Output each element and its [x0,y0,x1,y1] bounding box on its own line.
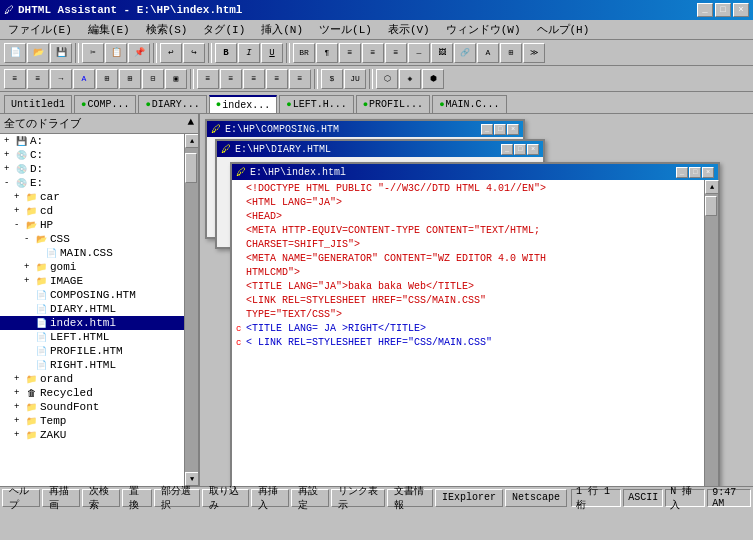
tree-item-a[interactable]: + 💾 A: [0,134,184,148]
tree-item-orand[interactable]: + 📁 orand [0,372,184,386]
expand-hp[interactable]: - [14,220,24,230]
index-maximize[interactable]: □ [689,167,701,178]
tree-scrollbar[interactable]: ▲ ▼ [184,134,198,486]
expand-css[interactable]: - [24,234,34,244]
netscape-button[interactable]: Netscape [505,489,567,507]
composing-minimize[interactable]: _ [481,124,493,135]
tb2-grid2[interactable]: ⊞ [119,69,141,89]
expand-gomi[interactable]: + [24,262,34,272]
tree-item-e[interactable]: - 💿 E: [0,176,184,190]
docinfo-button[interactable]: 文書情報 [387,489,433,507]
tb-underline[interactable]: U [261,43,283,63]
diary-close[interactable]: × [527,144,539,155]
tree-item-maincss[interactable]: 📄 MAIN.CSS [0,246,184,260]
tb-p[interactable]: ¶ [316,43,338,63]
tb2-a3[interactable]: ≡ [243,69,265,89]
menu-tools[interactable]: ツール(L) [315,21,376,38]
tb-hr[interactable]: — [408,43,430,63]
tb2-b2[interactable]: JU [344,69,366,89]
composing-maximize[interactable]: □ [494,124,506,135]
link-button[interactable]: リンク表示 [331,489,385,507]
index-scroll-track[interactable] [705,194,718,486]
tree-item-image[interactable]: + 📁 IMAGE [0,274,184,288]
tab-diary[interactable]: ● DIARY... [138,95,206,113]
tree-scroll-thumb[interactable] [185,153,197,183]
tree-item-profile[interactable]: 📄 PROFILE.HTM [0,344,184,358]
expand-zaku[interactable]: + [14,430,24,440]
expand-e[interactable]: - [4,178,14,188]
tree-item-d[interactable]: + 💿 D: [0,162,184,176]
iexplorer-button[interactable]: IExplorer [435,489,503,507]
tb-open[interactable]: 📂 [27,43,49,63]
reinsert-button[interactable]: 再挿入 [251,489,289,507]
tree-scroll-up[interactable]: ▲ [185,134,198,148]
expand-orand[interactable]: + [14,374,24,384]
tb-more1[interactable]: ≫ [523,43,545,63]
tb-link[interactable]: 🔗 [454,43,476,63]
tree-item-temp[interactable]: + 📁 Temp [0,414,184,428]
partial-button[interactable]: 部分選択 [154,489,200,507]
menu-help[interactable]: ヘルプ(H) [533,21,594,38]
tree-item-composing[interactable]: 📄 COMPOSING.HTM [0,288,184,302]
tb2-a5[interactable]: ≡ [289,69,311,89]
tb-color[interactable]: A [477,43,499,63]
index-editor-scrollbar[interactable]: ▲ ▼ [704,180,718,486]
minimize-button[interactable]: _ [697,3,713,17]
expand-a[interactable]: + [4,136,14,146]
tree-item-right[interactable]: 📄 RIGHT.HTML [0,358,184,372]
tree-item-recycled[interactable]: + 🗑 Recycled [0,386,184,400]
menu-search[interactable]: 検索(S) [142,21,192,38]
tb2-list-ol[interactable]: ≡ [27,69,49,89]
tb2-color2[interactable]: A [73,69,95,89]
index-scroll-up[interactable]: ▲ [705,180,719,194]
tree-item-cd[interactable]: + 📁 cd [0,204,184,218]
tab-profile[interactable]: ● PROFIL... [356,95,430,113]
tb-redo[interactable]: ↪ [183,43,205,63]
help-button[interactable]: ヘルプ [2,489,40,507]
menu-view[interactable]: 表示(V) [384,21,434,38]
menu-file[interactable]: ファイル(E) [4,21,76,38]
tb2-c2[interactable]: ◈ [399,69,421,89]
tb-italic[interactable]: I [238,43,260,63]
tb2-marker[interactable]: ▣ [165,69,187,89]
file-tree-collapse[interactable]: ▲ [187,116,194,131]
code-editor[interactable]: <!DOCTYPE HTML PUBLIC "-//W3C//DTD HTML … [232,180,704,486]
tree-item-diary[interactable]: 📄 DIARY.HTML [0,302,184,316]
import-button[interactable]: 取り込み [202,489,248,507]
index-scroll-thumb[interactable] [705,196,717,216]
maximize-button[interactable]: □ [715,3,731,17]
tab-main[interactable]: ● MAIN.C... [432,95,506,113]
redraw-button[interactable]: 再描画 [42,489,80,507]
tb-align-l[interactable]: ≡ [339,43,361,63]
index-minimize[interactable]: _ [676,167,688,178]
tb-img[interactable]: 🖼 [431,43,453,63]
tree-item-css[interactable]: - 📂 CSS [0,232,184,246]
tb2-indent[interactable]: → [50,69,72,89]
tb-table[interactable]: ⊞ [500,43,522,63]
menu-window[interactable]: ウィンドウ(W) [442,21,525,38]
expand-c[interactable]: + [4,150,14,160]
tb2-grid3[interactable]: ⊟ [142,69,164,89]
tree-item-zaku[interactable]: + 📁 ZAKU [0,428,184,442]
diary-maximize[interactable]: □ [514,144,526,155]
tb-bold[interactable]: B [215,43,237,63]
tb-align-c[interactable]: ≡ [362,43,384,63]
tb2-a4[interactable]: ≡ [266,69,288,89]
index-close[interactable]: × [702,167,714,178]
tree-item-hp[interactable]: - 📂 HP [0,218,184,232]
tb-undo[interactable]: ↩ [160,43,182,63]
tb2-a1[interactable]: ≡ [197,69,219,89]
diary-minimize[interactable]: _ [501,144,513,155]
tb-paste[interactable]: 📌 [128,43,150,63]
menu-edit[interactable]: 編集(E) [84,21,134,38]
expand-d[interactable]: + [4,164,14,174]
menu-tag[interactable]: タグ(I) [199,21,249,38]
tb-align-r[interactable]: ≡ [385,43,407,63]
tab-left[interactable]: ● LEFT.H... [279,95,353,113]
tree-item-gomi[interactable]: + 📁 gomi [0,260,184,274]
expand-soundfont[interactable]: + [14,402,24,412]
tree-item-soundfont[interactable]: + 📁 SoundFont [0,400,184,414]
search-button[interactable]: 次検索 [82,489,120,507]
reset-button[interactable]: 再設定 [291,489,329,507]
tb2-c1[interactable]: ⬡ [376,69,398,89]
